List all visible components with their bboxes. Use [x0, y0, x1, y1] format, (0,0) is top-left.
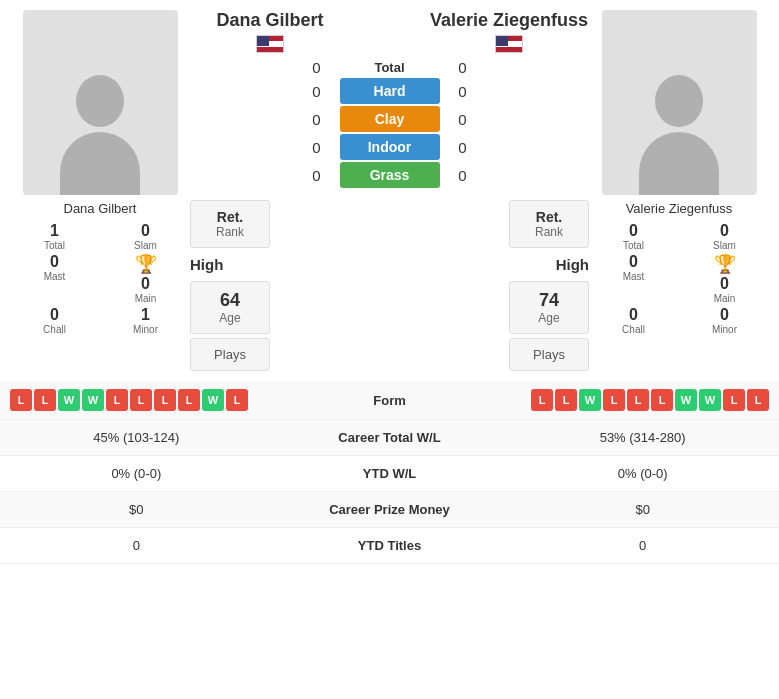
- left-indoor-score: 0: [302, 139, 332, 156]
- form-badge: L: [10, 389, 32, 411]
- left-high-label: High: [190, 252, 223, 277]
- stat-left-val: 0: [0, 528, 273, 564]
- indoor-score-row: 0 Indoor 0: [190, 134, 589, 160]
- form-badge: L: [627, 389, 649, 411]
- left-main-value: 0: [141, 275, 150, 293]
- indoor-button[interactable]: Indoor: [340, 134, 440, 160]
- right-main-label: Main: [714, 293, 736, 304]
- stat-center-label: Career Total W/L: [273, 420, 507, 456]
- grass-button[interactable]: Grass: [340, 162, 440, 188]
- right-player-card: Valerie Ziegenfuss 0 Total 0 Slam 0 Mast…: [589, 10, 769, 371]
- left-rank-label: Rank: [216, 225, 244, 239]
- left-player-name: Dana Gilbert: [216, 10, 323, 31]
- form-badge: L: [34, 389, 56, 411]
- left-slam-label: Slam: [134, 240, 157, 251]
- right-chall-cell: 0 Chall: [589, 306, 678, 335]
- left-player-name-below: Dana Gilbert: [64, 201, 137, 216]
- form-badge: L: [178, 389, 200, 411]
- form-badge: W: [675, 389, 697, 411]
- grass-score-row: 0 Grass 0: [190, 162, 589, 188]
- left-total-score: 0: [302, 59, 332, 76]
- stat-left-val: 45% (103-124): [0, 420, 273, 456]
- right-mast-cell: 0 Mast: [589, 253, 678, 304]
- left-total-value: 1: [50, 222, 59, 240]
- form-badge: L: [723, 389, 745, 411]
- right-main-value: 0: [720, 275, 729, 293]
- form-badge: W: [82, 389, 104, 411]
- right-chall-value: 0: [629, 306, 638, 324]
- left-mast-cell: 0 Mast: [10, 253, 99, 304]
- right-age-label: Age: [538, 311, 559, 325]
- form-badge: L: [226, 389, 248, 411]
- names-flags-row: Dana Gilbert Valerie Ziegenfuss: [190, 10, 589, 53]
- right-slam-cell: 0 Slam: [680, 222, 769, 251]
- high-row: High High: [190, 252, 589, 277]
- left-ret-rank-box: Ret. Rank: [190, 200, 270, 248]
- form-badge: L: [747, 389, 769, 411]
- right-age-value: 74: [539, 290, 559, 311]
- left-form-badges: LLWWLLLLWL: [10, 389, 330, 411]
- right-plays-label: Plays: [533, 347, 565, 362]
- right-player-name: Valerie Ziegenfuss: [430, 10, 588, 31]
- left-player-avatar: [23, 10, 178, 195]
- right-mast-label: Mast: [623, 271, 645, 282]
- total-score-row: 0 Total 0: [190, 59, 589, 76]
- right-slam-value: 0: [720, 222, 729, 240]
- right-total-value: 0: [629, 222, 638, 240]
- right-plays-box: Plays: [509, 338, 589, 371]
- stat-center-label: Career Prize Money: [273, 492, 507, 528]
- right-grass-score: 0: [448, 167, 478, 184]
- right-high-label: High: [556, 252, 589, 277]
- form-badge: L: [154, 389, 176, 411]
- total-label: Total: [340, 60, 440, 75]
- right-minor-label: Minor: [712, 324, 737, 335]
- left-trophy-icon: 🏆: [135, 253, 157, 275]
- hard-button[interactable]: Hard: [340, 78, 440, 104]
- left-player-card: Dana Gilbert 1 Total 0 Slam 0 Mast 🏆 0: [10, 10, 190, 371]
- left-total-cell: 1 Total: [10, 222, 99, 251]
- stats-row: $0 Career Prize Money $0: [0, 492, 779, 528]
- surface-scores: 0 Total 0 0 Hard 0 0 Clay 0 0 Indoor: [190, 59, 589, 188]
- right-rank-label: Rank: [535, 225, 563, 239]
- center-stats-area: Dana Gilbert Valerie Ziegenfuss 0 Total …: [190, 10, 589, 371]
- left-minor-label: Minor: [133, 324, 158, 335]
- left-slam-cell: 0 Slam: [101, 222, 190, 251]
- right-ret-label: Ret.: [536, 209, 562, 225]
- lower-center-stats: Ret. Rank Ret. Rank: [190, 200, 589, 248]
- left-age-value: 64: [220, 290, 240, 311]
- right-minor-value: 0: [720, 306, 729, 324]
- left-mast-value: 0: [50, 253, 59, 271]
- form-badge: W: [202, 389, 224, 411]
- right-total-cell: 0 Total: [589, 222, 678, 251]
- left-slam-value: 0: [141, 222, 150, 240]
- form-row: LLWWLLLLWL Form LLWLLLWWLL: [0, 381, 779, 420]
- stat-center-label: YTD Titles: [273, 528, 507, 564]
- right-slam-label: Slam: [713, 240, 736, 251]
- age-plays-row: 64 Age 74 Age: [190, 281, 589, 334]
- plays-row: Plays Plays: [190, 338, 589, 371]
- right-ret-rank-box: Ret. Rank: [509, 200, 589, 248]
- right-clay-score: 0: [448, 111, 478, 128]
- right-trophy-icon: 🏆: [714, 253, 736, 275]
- form-badge: L: [555, 389, 577, 411]
- stat-right-val: 53% (314-280): [506, 420, 779, 456]
- right-mast-value: 0: [629, 253, 638, 271]
- left-minor-cell: 1 Minor: [101, 306, 190, 335]
- stat-right-val: 0: [506, 528, 779, 564]
- clay-button[interactable]: Clay: [340, 106, 440, 132]
- right-total-score: 0: [448, 59, 478, 76]
- right-name-flag: Valerie Ziegenfuss: [429, 10, 589, 53]
- stat-right-val: $0: [506, 492, 779, 528]
- left-chall-value: 0: [50, 306, 59, 324]
- right-form-badges: LLWLLLWWLL: [450, 389, 770, 411]
- stat-left-val: $0: [0, 492, 273, 528]
- form-badge: L: [651, 389, 673, 411]
- right-player-avatar: [602, 10, 757, 195]
- right-main-cell: 🏆 0 Main: [680, 253, 769, 304]
- right-total-label: Total: [623, 240, 644, 251]
- form-badge: L: [531, 389, 553, 411]
- left-age-label: Age: [219, 311, 240, 325]
- bottom-stats-table: 45% (103-124) Career Total W/L 53% (314-…: [0, 420, 779, 564]
- left-flag: [256, 35, 284, 53]
- right-indoor-score: 0: [448, 139, 478, 156]
